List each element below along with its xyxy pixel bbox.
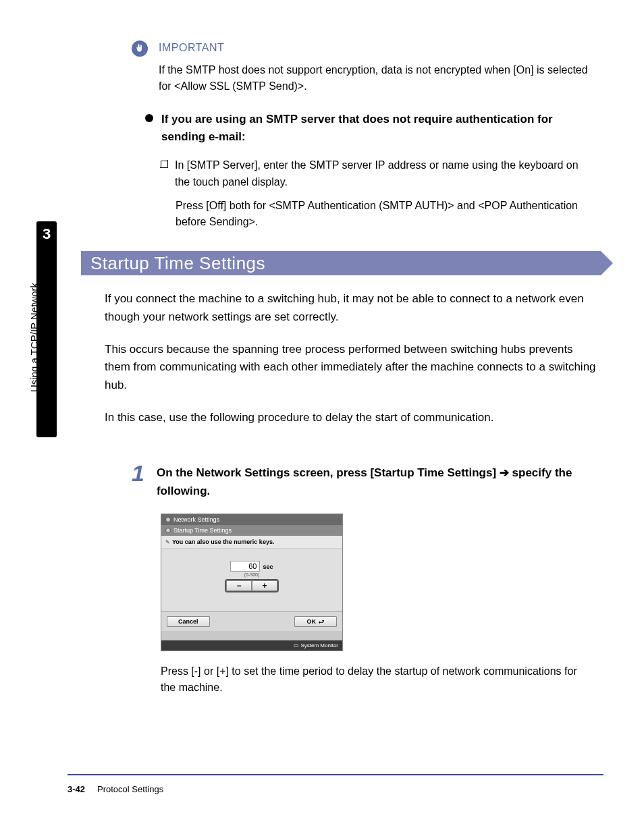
gear-icon xyxy=(165,517,171,522)
section-paragraph-3: In this case, use the following procedur… xyxy=(105,409,597,426)
arrow-icon: ➔ xyxy=(500,466,509,479)
step-row: 1 On the Network Settings screen, press … xyxy=(132,462,597,500)
ok-button[interactable]: OK xyxy=(294,616,338,627)
device-screenshot: Network Settings Startup Time Settings Y… xyxy=(161,514,343,651)
section-paragraph-2: This occurs because the spanning tree pr… xyxy=(105,341,597,394)
bullet-heading-row: If you are using an SMTP server that doe… xyxy=(145,111,597,145)
square-bullet-text-2: Press [Off] both for <SMTP Authenticatio… xyxy=(176,198,587,231)
hand-icon xyxy=(132,40,148,57)
section-title: Startup Time Settings xyxy=(81,253,265,274)
circle-bullet-icon xyxy=(145,114,153,122)
device-title-1: Network Settings xyxy=(173,516,219,523)
device-titlebar-2: Startup Time Settings xyxy=(161,525,342,536)
value-unit: sec xyxy=(263,563,273,570)
step-caption: Press [-] or [+] to set the time period … xyxy=(161,663,593,696)
device-titlebar-1: Network Settings xyxy=(161,514,342,525)
footer-rule xyxy=(68,774,603,775)
page-number: 3-42 xyxy=(68,784,85,794)
square-bullet-text-1: In [SMTP Server], enter the SMTP server … xyxy=(175,157,593,191)
device-hint: You can also use the numeric keys. xyxy=(161,536,342,549)
device-actions: Cancel OK xyxy=(161,611,342,631)
value-field[interactable]: 60 xyxy=(230,561,260,572)
chapter-label: Using a TCP/IP Network xyxy=(28,283,40,392)
step-number: 1 xyxy=(132,462,144,500)
stepper-group: − + xyxy=(225,579,279,592)
value-range: (0-300) xyxy=(244,572,260,577)
section-paragraph-1: If you connect the machine to a switchin… xyxy=(105,290,597,326)
plus-button[interactable]: + xyxy=(252,580,277,591)
square-bullet-row: In [SMTP Server], enter the SMTP server … xyxy=(161,157,593,191)
important-callout: IMPORTANT xyxy=(132,40,601,57)
device-body: 60 sec (0-300) − + xyxy=(161,549,342,611)
page-content: IMPORTANT If the SMTP host does not supp… xyxy=(81,40,601,696)
section-header: Startup Time Settings xyxy=(81,251,601,275)
minus-button[interactable]: − xyxy=(226,580,252,591)
square-bullet-icon xyxy=(161,161,168,168)
device-title-2: Startup Time Settings xyxy=(173,527,232,534)
important-body: If the SMTP host does not support encryp… xyxy=(159,62,597,94)
chapter-number: 3 xyxy=(36,225,57,243)
step-instruction: On the Network Settings screen, press [S… xyxy=(157,464,597,500)
device-footer: System Monitor xyxy=(161,640,342,651)
important-label: IMPORTANT xyxy=(159,42,224,54)
gear-icon xyxy=(165,528,171,533)
step-text-a: On the Network Settings screen, press [S… xyxy=(157,466,500,479)
device-spacer xyxy=(161,631,342,640)
system-monitor-button[interactable]: System Monitor xyxy=(294,642,338,648)
chapter-label-wrap: Using a TCP/IP Network xyxy=(27,243,41,432)
footer-section: Protocol Settings xyxy=(97,784,163,794)
cancel-button[interactable]: Cancel xyxy=(167,616,210,627)
page-footer: 3-42 Protocol Settings xyxy=(68,784,163,794)
bullet-heading: If you are using an SMTP server that doe… xyxy=(161,111,597,145)
